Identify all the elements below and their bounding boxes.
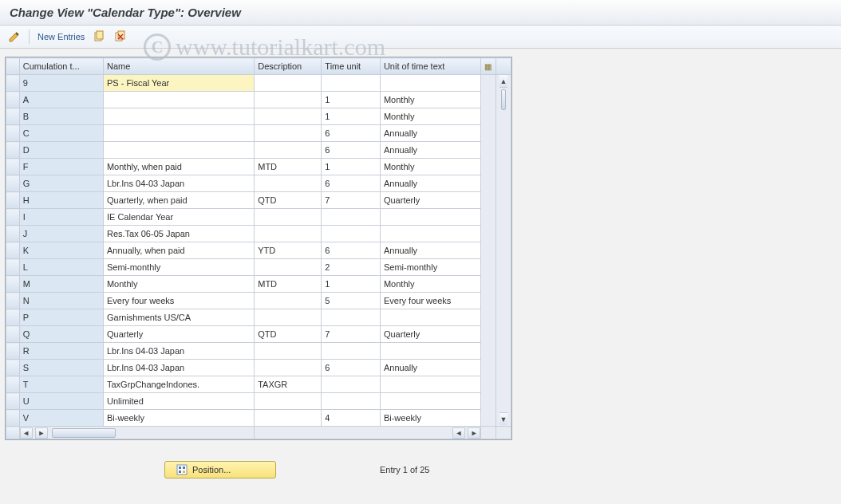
cell-description[interactable]: TAXGR xyxy=(255,376,322,393)
cell-description[interactable] xyxy=(255,410,322,427)
cell-name[interactable]: Garnishments US/CA xyxy=(103,309,254,326)
cell-unit-text[interactable] xyxy=(380,226,480,242)
horizontal-scrollbar[interactable]: ◄ ► ◄ ► xyxy=(6,427,511,439)
row-selector[interactable] xyxy=(6,159,20,175)
cell-description[interactable] xyxy=(255,360,322,376)
cell-description[interactable] xyxy=(255,259,322,276)
cell-name[interactable] xyxy=(103,142,254,159)
row-selector[interactable] xyxy=(6,293,20,309)
col-header-unit-text[interactable]: Unit of time text xyxy=(380,58,480,75)
cell-unit-text[interactable]: Monthly xyxy=(380,276,480,293)
table-row[interactable]: D6Annually xyxy=(6,142,511,159)
table-row[interactable]: A1Monthly xyxy=(6,92,511,108)
table-row[interactable]: JRes.Tax 06-05 Japan xyxy=(6,226,511,242)
cell-name[interactable]: Semi-monthly xyxy=(103,259,254,276)
cell-unit-text[interactable]: Semi-monthly xyxy=(380,259,480,276)
cell-description[interactable]: MTD xyxy=(255,159,322,175)
cell-unit-text[interactable]: Annually xyxy=(380,360,480,376)
cell-cumulation[interactable]: L xyxy=(19,259,103,276)
cell-unit-text[interactable] xyxy=(380,75,480,92)
cell-cumulation[interactable]: R xyxy=(19,343,103,360)
cell-time-unit[interactable] xyxy=(322,226,381,242)
cell-description[interactable] xyxy=(255,393,322,410)
cell-name[interactable]: Lbr.Ins 04-03 Japan xyxy=(103,360,254,376)
cell-name[interactable]: Quarterly xyxy=(103,326,254,343)
cell-time-unit[interactable]: 7 xyxy=(322,192,381,209)
table-row[interactable]: 9PS - Fiscal Year▲▼ xyxy=(6,75,511,92)
table-row[interactable]: UUnlimited xyxy=(6,393,511,410)
table-row[interactable]: PGarnishments US/CA xyxy=(6,309,511,326)
col-header-time-unit[interactable]: Time unit xyxy=(322,58,381,75)
new-entries-button[interactable]: New Entries xyxy=(38,32,85,41)
cell-unit-text[interactable] xyxy=(380,376,480,393)
cell-unit-text[interactable]: Annually xyxy=(380,175,480,192)
cell-cumulation[interactable]: K xyxy=(19,242,103,259)
row-selector[interactable] xyxy=(6,142,20,159)
cell-description[interactable]: QTD xyxy=(255,192,322,209)
cell-unit-text[interactable] xyxy=(380,343,480,360)
cell-cumulation[interactable]: S xyxy=(19,360,103,376)
cell-cumulation[interactable]: P xyxy=(19,309,103,326)
cell-time-unit[interactable]: 1 xyxy=(322,92,381,108)
cell-name[interactable]: Lbr.Ins 04-03 Japan xyxy=(103,175,254,192)
table-row[interactable]: B1Monthly xyxy=(6,108,511,125)
cell-time-unit[interactable] xyxy=(322,343,381,360)
cell-cumulation[interactable]: T xyxy=(19,376,103,393)
cell-cumulation[interactable]: B xyxy=(19,108,103,125)
table-row[interactable]: GLbr.Ins 04-03 Japan6Annually xyxy=(6,175,511,192)
cell-description[interactable]: MTD xyxy=(255,276,322,293)
hscroll-left2-icon[interactable]: ◄ xyxy=(452,427,465,439)
cell-unit-text[interactable]: Every four weeks xyxy=(380,293,480,309)
cell-time-unit[interactable]: 1 xyxy=(322,159,381,175)
cell-name[interactable]: IE Calendar Year xyxy=(103,209,254,226)
cell-time-unit[interactable]: 7 xyxy=(322,326,381,343)
cell-unit-text[interactable]: Annually xyxy=(380,142,480,159)
cell-time-unit[interactable] xyxy=(322,309,381,326)
cell-cumulation[interactable]: N xyxy=(19,293,103,309)
vscroll-thumb[interactable] xyxy=(501,89,506,110)
row-selector[interactable] xyxy=(6,326,20,343)
hscroll-thumb[interactable] xyxy=(52,428,116,438)
vscroll-up-icon[interactable]: ▲ xyxy=(499,75,507,88)
table-row[interactable]: MMonthlyMTD1Monthly xyxy=(6,276,511,293)
vscroll-down-icon[interactable]: ▼ xyxy=(499,412,507,425)
table-row[interactable]: TTaxGrpChangeIndones.TAXGR xyxy=(6,376,511,393)
cell-time-unit[interactable]: 6 xyxy=(322,175,381,192)
row-selector[interactable] xyxy=(6,343,20,360)
cell-cumulation[interactable]: Q xyxy=(19,326,103,343)
toggle-display-change-icon[interactable] xyxy=(8,30,21,43)
cell-name[interactable]: Bi-weekly xyxy=(103,410,254,427)
cell-unit-text[interactable]: Quarterly xyxy=(380,192,480,209)
hscroll-left-icon[interactable]: ◄ xyxy=(20,427,33,439)
table-row[interactable]: FMonthly, when paidMTD1Monthly xyxy=(6,159,511,175)
cell-name[interactable]: Annually, when paid xyxy=(103,242,254,259)
hscroll-right-icon[interactable]: ► xyxy=(35,427,48,439)
cell-name[interactable]: Every four weeks xyxy=(103,293,254,309)
cell-description[interactable] xyxy=(255,142,322,159)
cell-description[interactable] xyxy=(255,175,322,192)
cell-unit-text[interactable]: Monthly xyxy=(380,159,480,175)
table-row[interactable]: LSemi-monthly2Semi-monthly xyxy=(6,259,511,276)
cell-cumulation[interactable]: A xyxy=(19,92,103,108)
cell-unit-text[interactable]: Annually xyxy=(380,242,480,259)
vertical-scrollbar[interactable]: ▲▼ xyxy=(496,75,511,427)
cell-cumulation[interactable]: J xyxy=(19,226,103,242)
cell-description[interactable] xyxy=(255,108,322,125)
cell-cumulation[interactable]: U xyxy=(19,393,103,410)
cell-name[interactable]: Lbr.Ins 04-03 Japan xyxy=(103,343,254,360)
cell-time-unit[interactable] xyxy=(322,75,381,92)
table-row[interactable]: HQuarterly, when paidQTD7Quarterly xyxy=(6,192,511,209)
cell-time-unit[interactable]: 5 xyxy=(322,293,381,309)
cell-time-unit[interactable]: 6 xyxy=(322,142,381,159)
row-selector[interactable] xyxy=(6,259,20,276)
cell-name[interactable]: Monthly xyxy=(103,276,254,293)
row-selector[interactable] xyxy=(6,410,20,427)
cell-time-unit[interactable]: 4 xyxy=(322,410,381,427)
cell-time-unit[interactable] xyxy=(322,209,381,226)
table-row[interactable]: RLbr.Ins 04-03 Japan xyxy=(6,343,511,360)
cell-cumulation[interactable]: 9 xyxy=(19,75,103,92)
cell-time-unit[interactable]: 1 xyxy=(322,276,381,293)
cell-cumulation[interactable]: F xyxy=(19,159,103,175)
cell-name[interactable] xyxy=(103,125,254,142)
cell-cumulation[interactable]: C xyxy=(19,125,103,142)
